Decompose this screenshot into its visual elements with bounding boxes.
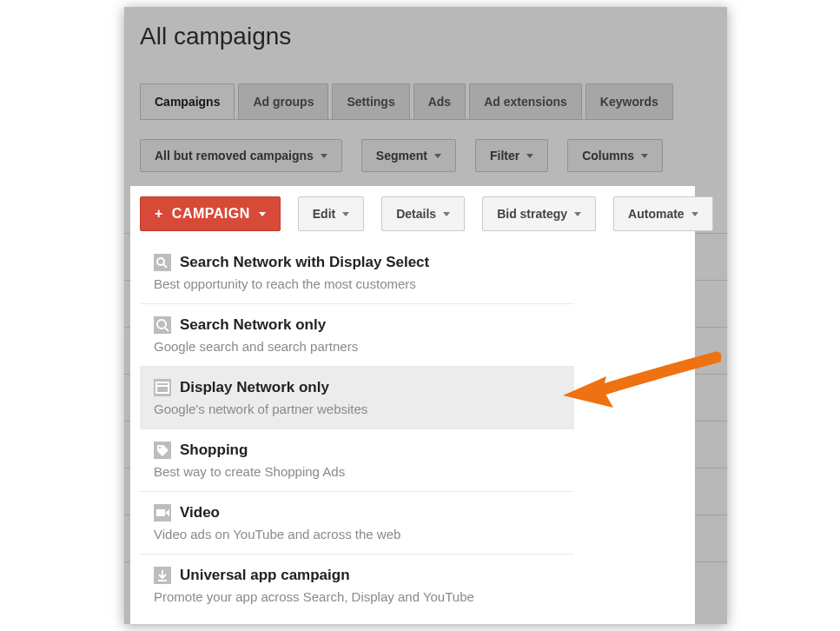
segment-dropdown[interactable]: Segment [361, 139, 456, 172]
filter-label: Filter [490, 149, 519, 163]
display-icon [154, 379, 171, 396]
caret-down-icon [443, 212, 450, 216]
dropdown-item-subtitle: Best way to create Shopping Ads [154, 464, 560, 479]
tab-campaigns[interactable]: Campaigns [140, 83, 235, 119]
automate-dropdown[interactable]: Automate [613, 196, 713, 231]
edit-label: Edit [313, 207, 335, 221]
dropdown-item-title: Universal app campaign [180, 567, 350, 584]
svg-point-10 [159, 447, 162, 449]
download-icon [154, 567, 171, 584]
tab-ads[interactable]: Ads [413, 83, 466, 119]
automate-label: Automate [628, 207, 685, 221]
dropdown-item-subtitle: Promote your app across Search, Display … [154, 589, 560, 604]
app-window: All campaigns Campaigns Ad groups Settin… [124, 7, 727, 624]
details-dropdown[interactable]: Details [381, 196, 465, 231]
dropdown-item-title: Search Network only [180, 316, 326, 334]
caret-down-icon [641, 154, 648, 158]
dropdown-item-subtitle: Google search and search partners [154, 339, 560, 354]
tab-ad-extensions[interactable]: Ad extensions [469, 83, 582, 119]
dropdown-item-title: Shopping [180, 442, 248, 459]
campaign-type-dropdown: Search Network with Display Select Best … [140, 236, 574, 616]
bid-label: Bid strategy [497, 207, 567, 221]
new-campaign-button[interactable]: + CAMPAIGN [140, 196, 281, 231]
caret-down-icon [434, 154, 441, 158]
dropdown-item-title: Video [180, 504, 220, 521]
dropdown-item-video[interactable]: Video Video ads on YouTube and across th… [140, 491, 574, 554]
scope-dropdown[interactable]: All but removed campaigns [140, 139, 342, 172]
dropdown-item-search-only[interactable]: Search Network only Google search and se… [140, 303, 574, 366]
scope-label: All but removed campaigns [155, 149, 314, 163]
caret-down-icon [574, 212, 581, 216]
search-icon [154, 316, 171, 334]
action-toolbar: + CAMPAIGN Edit Details Bid strategy Aut… [140, 196, 713, 231]
tab-settings[interactable]: Settings [332, 83, 409, 119]
columns-label: Columns [582, 149, 634, 163]
filter-dropdown[interactable]: Filter [475, 139, 548, 172]
dropdown-item-subtitle: Best opportunity to reach the most custo… [154, 276, 560, 291]
tab-ad-groups[interactable]: Ad groups [238, 83, 328, 119]
tab-bar: Campaigns Ad groups Settings Ads Ad exte… [140, 83, 673, 120]
columns-dropdown[interactable]: Columns [567, 139, 663, 172]
bid-strategy-dropdown[interactable]: Bid strategy [482, 196, 596, 231]
search-display-icon [154, 254, 171, 271]
dropdown-item-search-display[interactable]: Search Network with Display Select Best … [140, 236, 574, 303]
details-label: Details [396, 207, 436, 221]
page-title: All campaigns [140, 23, 291, 50]
edit-dropdown[interactable]: Edit [298, 196, 364, 231]
video-icon [154, 504, 171, 521]
svg-rect-0 [154, 254, 171, 271]
caret-down-icon [526, 154, 533, 158]
svg-rect-12 [156, 509, 165, 516]
dropdown-item-shopping[interactable]: Shopping Best way to create Shopping Ads [140, 428, 574, 491]
new-campaign-label: CAMPAIGN [172, 206, 250, 222]
dropdown-item-universal-app[interactable]: Universal app campaign Promote your app … [140, 554, 574, 616]
tab-keywords[interactable]: Keywords [585, 83, 673, 119]
caret-down-icon [321, 154, 327, 158]
dropdown-item-display-only[interactable]: Display Network only Google's network of… [140, 366, 574, 428]
dropdown-item-title: Search Network with Display Select [180, 254, 429, 271]
filter-toolbar: All but removed campaigns Segment Filter… [140, 139, 663, 172]
caret-down-icon [259, 212, 266, 216]
tag-icon [154, 442, 171, 459]
caret-down-icon [342, 212, 349, 216]
dropdown-item-title: Display Network only [180, 379, 329, 396]
segment-label: Segment [376, 149, 427, 163]
dropdown-item-subtitle: Video ads on YouTube and across the web [154, 527, 560, 541]
caret-down-icon [691, 212, 698, 216]
dropdown-item-subtitle: Google's network of partner websites [154, 402, 560, 416]
